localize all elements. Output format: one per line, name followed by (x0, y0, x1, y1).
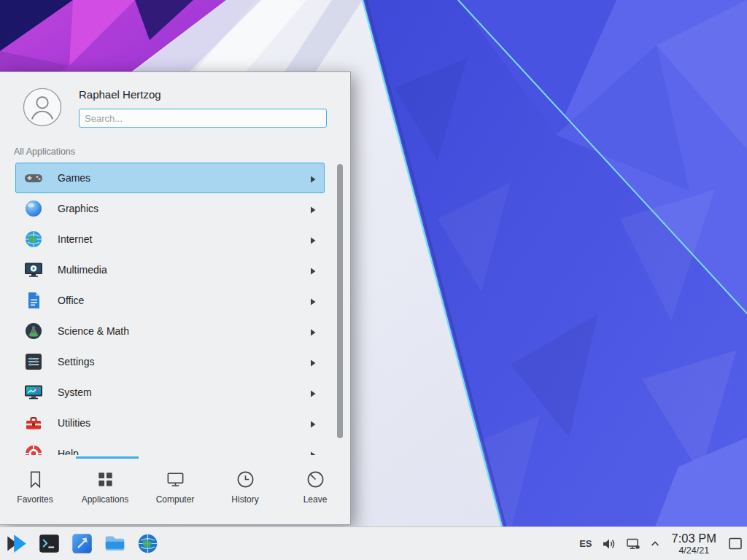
category-label: Help (58, 448, 79, 455)
category-label: Multimedia (58, 264, 107, 276)
flask-icon (23, 321, 44, 341)
leave-icon (306, 470, 325, 489)
discover-icon[interactable] (71, 532, 93, 555)
clock-date: 4/24/21 (672, 545, 716, 556)
tab-label: Favorites (17, 494, 53, 505)
tab-label: Leave (303, 494, 328, 505)
category-label: Science & Math (58, 325, 129, 337)
grid-icon (96, 470, 115, 489)
category-item-science-math[interactable]: Science & Math (15, 316, 325, 346)
show-desktop-button[interactable] (727, 537, 743, 551)
computer-icon (166, 470, 185, 489)
taskbar: ES 7:03 PM 4/24/21 (0, 526, 747, 560)
category-list: Games Graphics Internet (15, 163, 325, 455)
chevron-right-icon (309, 327, 317, 335)
graphics-orb-icon (23, 198, 44, 219)
chevron-right-icon (309, 204, 317, 213)
expand-tray-icon[interactable] (650, 539, 660, 549)
tab-favorites[interactable]: Favorites (0, 459, 70, 526)
gamepad-icon (23, 168, 44, 188)
category-label: Games (58, 172, 90, 184)
launcher-tabbar: Favorites Applications Computer History (0, 459, 350, 526)
kickoff-icon[interactable] (5, 532, 28, 555)
desktop: Raphael Hertzog All Applications Games G… (0, 0, 747, 560)
bookmark-icon (26, 470, 45, 489)
chevron-right-icon (309, 419, 317, 427)
section-label: All Applications (14, 147, 75, 157)
tab-label: Computer (156, 494, 195, 505)
globe-icon (23, 229, 44, 249)
tab-label: Applications (82, 494, 129, 505)
chevron-right-icon (309, 449, 317, 455)
taskbar-launcher-area (5, 527, 159, 560)
chevron-right-icon (309, 265, 317, 274)
avatar[interactable] (23, 88, 62, 127)
category-label: Settings (58, 356, 95, 368)
digital-clock[interactable]: 7:03 PM 4/24/21 (672, 532, 716, 556)
category-item-internet[interactable]: Internet (15, 224, 325, 254)
toolbox-icon (23, 413, 44, 433)
lifebuoy-icon (23, 443, 44, 455)
category-item-utilities[interactable]: Utilities (15, 408, 325, 438)
keyboard-layout-indicator[interactable]: ES (579, 538, 592, 549)
category-item-multimedia[interactable]: Multimedia (15, 254, 325, 285)
tab-label: History (231, 494, 258, 505)
volume-icon[interactable] (602, 537, 616, 551)
category-item-office[interactable]: Office (15, 285, 325, 316)
network-icon[interactable] (626, 537, 640, 551)
clock-time: 7:03 PM (672, 532, 716, 545)
folder-icon[interactable] (104, 532, 126, 555)
category-item-settings[interactable]: Settings (15, 346, 325, 377)
category-label: Graphics (58, 203, 98, 214)
sliders-icon (23, 351, 44, 372)
scrollbar[interactable] (337, 164, 343, 438)
tab-leave[interactable]: Leave (280, 459, 350, 526)
category-item-graphics[interactable]: Graphics (15, 193, 325, 224)
system-tray: ES 7:03 PM 4/24/21 (579, 527, 716, 560)
chevron-right-icon (309, 357, 317, 366)
terminal-icon[interactable] (38, 532, 61, 555)
category-label: Office (58, 295, 84, 306)
monitor-play-icon (23, 260, 44, 280)
application-launcher-popup: Raphael Hertzog All Applications Games G… (0, 71, 351, 525)
chevron-right-icon (309, 235, 317, 244)
category-item-system[interactable]: System (15, 377, 325, 408)
chevron-right-icon (309, 388, 317, 397)
document-icon (23, 290, 44, 311)
user-name: Raphael Hertzog (79, 88, 161, 101)
category-item-games[interactable]: Games (15, 163, 325, 193)
category-label: Utilities (58, 417, 90, 429)
tab-applications[interactable]: Applications (70, 459, 140, 526)
search-input[interactable] (79, 109, 327, 128)
chevron-right-icon (309, 174, 317, 182)
history-clock-icon (236, 470, 255, 489)
category-item-help[interactable]: Help (15, 438, 325, 455)
chevron-right-icon (309, 296, 317, 305)
tab-history[interactable]: History (210, 459, 280, 526)
tab-computer[interactable]: Computer (140, 459, 210, 526)
browser-globe-icon[interactable] (136, 532, 159, 555)
system-monitor-icon (23, 382, 44, 402)
category-label: System (58, 386, 92, 398)
category-label: Internet (58, 233, 92, 245)
